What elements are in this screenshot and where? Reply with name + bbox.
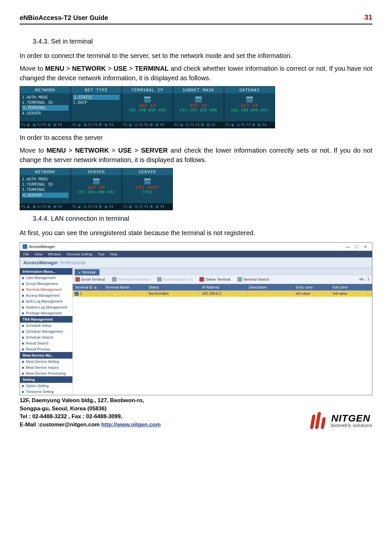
key-f1[interactable]: F1: [123, 205, 127, 209]
right-icon[interactable]: ▶: [257, 122, 262, 127]
key-f2[interactable]: F2: [139, 123, 143, 127]
up-icon[interactable]: ▲: [230, 122, 235, 127]
menu-item-selected[interactable]: 4.SERVER: [22, 193, 68, 198]
menu-tool[interactable]: Tool: [98, 252, 104, 256]
key-f3[interactable]: F3: [42, 205, 46, 209]
tab-close-icon[interactable]: ⨉: [79, 271, 80, 274]
key-f2[interactable]: F2: [241, 123, 245, 127]
th-terminal-name[interactable]: Terminal Name: [103, 284, 147, 290]
down-icon[interactable]: ▼: [200, 122, 205, 127]
key-f4[interactable]: F4: [58, 123, 62, 127]
th-exit-zone[interactable]: Exit zone: [331, 284, 368, 290]
sidebar-item-group-management[interactable]: Group Management: [20, 281, 72, 287]
menu-item-selected[interactable]: 1.STATIC: [73, 95, 120, 100]
up-icon[interactable]: ▲: [128, 122, 133, 127]
close-button[interactable]: ×: [362, 244, 369, 249]
sidebar-item-systemlog-management[interactable]: System-Log Management: [20, 304, 72, 310]
sidebar-item-terminal-management[interactable]: Terminal Management: [20, 287, 72, 292]
menu-window[interactable]: Window: [48, 252, 61, 256]
right-icon[interactable]: ▶: [104, 204, 108, 209]
menu-file[interactable]: File: [23, 252, 29, 256]
subnet-value[interactable]: 255.255.255.000: [175, 108, 222, 112]
website-link[interactable]: http://www.nitgen.com: [101, 421, 161, 428]
key-f2[interactable]: F2: [88, 205, 92, 209]
gateway-value[interactable]: 192.168.000.001: [226, 108, 273, 112]
tool-delete-terminal[interactable]: Delete Terminal: [199, 277, 230, 282]
th-ip-address[interactable]: IP Address: [200, 284, 247, 290]
key-f4[interactable]: F4: [160, 123, 164, 127]
down-icon[interactable]: ▼: [47, 204, 51, 209]
menu-item[interactable]: 2.DHCP: [73, 100, 120, 105]
sidebar-item-meal-processing[interactable]: Meal-Service Processing: [20, 370, 72, 376]
left-icon[interactable]: ◀: [32, 204, 36, 209]
key-f2[interactable]: F2: [37, 205, 41, 209]
key-f1[interactable]: F1: [226, 123, 230, 127]
sidebar-item-privilege-management[interactable]: Privilege Management: [20, 310, 72, 316]
key-f1[interactable]: F1: [123, 123, 127, 127]
down-icon[interactable]: ▼: [149, 204, 154, 209]
th-entry-zone[interactable]: Entry zone: [294, 284, 331, 290]
sidebar-item-result-search[interactable]: Result Search: [20, 340, 72, 346]
window-titlebar[interactable]: AccessManager — □ ×: [20, 243, 372, 251]
sidebar-item-schedule-setup[interactable]: Schedule Setup: [20, 323, 72, 328]
table-row[interactable]: 1 Not Enrolled 192.168.0.3 Init value In…: [73, 290, 372, 297]
right-icon[interactable]: ▶: [104, 122, 108, 127]
sidebar-item-result-process[interactable]: Result Process: [20, 346, 72, 352]
key-f2[interactable]: F2: [88, 123, 92, 127]
sidebar-item-meal-inquiry[interactable]: Meal-Service Inquiry: [20, 364, 72, 370]
up-icon[interactable]: ▲: [26, 204, 30, 209]
tool-terminal-search[interactable]: Terminal Search: [237, 277, 269, 282]
up-icon[interactable]: ▲: [179, 122, 184, 127]
key-f1[interactable]: F1: [72, 123, 76, 127]
key-f2[interactable]: F2: [139, 205, 143, 209]
key-f4[interactable]: F4: [109, 205, 113, 209]
maximize-button[interactable]: □: [353, 244, 361, 249]
key-f1[interactable]: F1: [21, 123, 25, 127]
key-f4[interactable]: F4: [262, 123, 266, 127]
down-icon[interactable]: ▼: [251, 122, 256, 127]
tab-terminal[interactable]: ⨉Terminal: [75, 269, 100, 275]
th-description[interactable]: Description: [247, 284, 294, 290]
up-icon[interactable]: ▲: [77, 204, 82, 209]
down-icon[interactable]: ▼: [98, 204, 103, 209]
key-f3[interactable]: F3: [144, 205, 148, 209]
key-f3[interactable]: F3: [93, 205, 97, 209]
tool-enroll-terminal[interactable]: Enroll Terminal: [75, 277, 105, 282]
sidebar-item-option-setting[interactable]: Option Setting: [20, 383, 72, 389]
right-icon[interactable]: ▶: [155, 122, 159, 127]
right-icon[interactable]: ▶: [53, 122, 57, 127]
minimize-button[interactable]: —: [344, 244, 352, 249]
right-icon[interactable]: ▶: [53, 204, 57, 209]
plus-icon[interactable]: +: [185, 122, 190, 127]
menu-item[interactable]: 1.AUTH MODE: [22, 177, 68, 182]
key-f2[interactable]: F2: [37, 123, 41, 127]
key-f3[interactable]: F3: [247, 123, 251, 127]
plus-icon[interactable]: +: [236, 122, 241, 127]
key-f2[interactable]: F2: [190, 123, 194, 127]
right-icon[interactable]: ▶: [155, 204, 159, 209]
menu-view[interactable]: View: [35, 252, 43, 256]
sidebar-item-access-management[interactable]: Access Management: [20, 292, 72, 298]
ip-value[interactable]: 192.168.000.003: [124, 108, 171, 112]
key-f4[interactable]: F4: [211, 123, 215, 127]
right-icon[interactable]: ▶: [206, 122, 211, 127]
sidebar-item-user-management[interactable]: User Management: [20, 275, 72, 281]
key-f4[interactable]: F4: [58, 205, 62, 209]
server-port-value[interactable]: 7332: [124, 190, 171, 194]
th-status[interactable]: Status: [147, 284, 200, 290]
key-f1[interactable]: F1: [72, 205, 76, 209]
menu-item[interactable]: 2.TERMINAL ID: [22, 182, 68, 187]
down-icon[interactable]: ▼: [149, 122, 154, 127]
up-icon[interactable]: ▲: [77, 122, 82, 127]
sidebar-item-meal-setting[interactable]: Meal-Service Setting: [20, 359, 72, 364]
sidebar-item-schedule-search[interactable]: Schedule Search: [20, 334, 72, 340]
key-f3[interactable]: F3: [196, 123, 199, 127]
server-ip-value[interactable]: 192.168.000.002: [73, 190, 120, 194]
tool-authentication-list[interactable]: Authentication List: [157, 277, 193, 282]
key-f3[interactable]: F3: [42, 123, 46, 127]
up-icon[interactable]: ▲: [26, 122, 30, 127]
sidebar-item-authlog-management[interactable]: Auth-Log Management: [20, 298, 72, 304]
th-terminal-id[interactable]: Terminal ID ▲: [73, 284, 103, 290]
key-f4[interactable]: F4: [160, 205, 164, 209]
plus-icon[interactable]: +: [83, 204, 87, 209]
